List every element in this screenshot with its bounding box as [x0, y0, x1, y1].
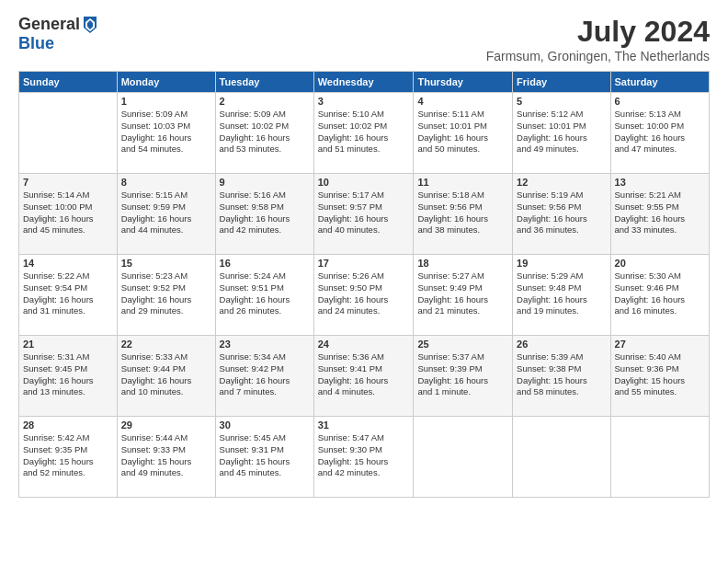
week-row-3: 14Sunrise: 5:22 AM Sunset: 9:54 PM Dayli…	[19, 255, 710, 336]
day-number: 9	[220, 177, 310, 188]
cell-content: Sunrise: 5:36 AM Sunset: 9:41 PM Dayligh…	[318, 351, 410, 398]
cell-content: Sunrise: 5:16 AM Sunset: 9:58 PM Dayligh…	[220, 190, 310, 236]
header-sunday: Sunday	[19, 72, 118, 93]
day-number: 14	[23, 258, 113, 269]
calendar-cell: 13Sunrise: 5:21 AM Sunset: 9:55 PM Dayli…	[610, 174, 709, 255]
cell-content: Sunrise: 5:29 AM Sunset: 9:48 PM Dayligh…	[517, 270, 606, 317]
calendar-cell: 11Sunrise: 5:18 AM Sunset: 9:56 PM Dayli…	[414, 174, 513, 255]
day-number: 2	[220, 96, 310, 107]
cell-content: Sunrise: 5:15 AM Sunset: 9:59 PM Dayligh…	[121, 190, 211, 236]
week-row-4: 21Sunrise: 5:31 AM Sunset: 9:45 PM Dayli…	[19, 336, 710, 417]
calendar-table: Sunday Monday Tuesday Wednesday Thursday…	[18, 71, 710, 498]
calendar-cell: 8Sunrise: 5:15 AM Sunset: 9:59 PM Daylig…	[117, 174, 215, 255]
calendar-cell: 28Sunrise: 5:42 AM Sunset: 9:35 PM Dayli…	[19, 417, 118, 498]
calendar-cell: 31Sunrise: 5:47 AM Sunset: 9:30 PM Dayli…	[313, 417, 414, 498]
calendar-cell: 29Sunrise: 5:44 AM Sunset: 9:33 PM Dayli…	[117, 417, 215, 498]
cell-content: Sunrise: 5:21 AM Sunset: 9:55 PM Dayligh…	[615, 190, 705, 236]
cell-content: Sunrise: 5:37 AM Sunset: 9:39 PM Dayligh…	[417, 351, 508, 398]
calendar-cell: 17Sunrise: 5:26 AM Sunset: 9:50 PM Dayli…	[313, 255, 414, 336]
header-friday: Friday	[513, 72, 610, 93]
header-tuesday: Tuesday	[215, 72, 313, 93]
cell-content: Sunrise: 5:30 AM Sunset: 9:46 PM Dayligh…	[615, 270, 705, 317]
calendar-cell	[19, 93, 118, 174]
cell-content: Sunrise: 5:09 AM Sunset: 10:02 PM Daylig…	[220, 109, 310, 155]
calendar-cell: 27Sunrise: 5:40 AM Sunset: 9:36 PM Dayli…	[610, 336, 709, 417]
cell-content: Sunrise: 5:40 AM Sunset: 9:36 PM Dayligh…	[615, 351, 705, 398]
calendar-cell: 15Sunrise: 5:23 AM Sunset: 9:52 PM Dayli…	[117, 255, 215, 336]
week-row-2: 7Sunrise: 5:14 AM Sunset: 10:00 PM Dayli…	[19, 174, 710, 255]
logo-general: General	[18, 16, 80, 34]
calendar-cell: 16Sunrise: 5:24 AM Sunset: 9:51 PM Dayli…	[215, 255, 313, 336]
day-number: 20	[615, 258, 705, 269]
calendar-page: General Blue July 2024 Farmsum, Groninge…	[0, 0, 728, 563]
day-number: 30	[220, 419, 310, 431]
week-row-5: 28Sunrise: 5:42 AM Sunset: 9:35 PM Dayli…	[19, 417, 710, 498]
calendar-cell	[513, 417, 610, 498]
logo: General Blue	[18, 15, 98, 53]
calendar-cell: 21Sunrise: 5:31 AM Sunset: 9:45 PM Dayli…	[19, 336, 118, 417]
cell-content: Sunrise: 5:31 AM Sunset: 9:45 PM Dayligh…	[23, 351, 113, 398]
day-number: 19	[517, 258, 606, 269]
cell-content: Sunrise: 5:14 AM Sunset: 10:00 PM Daylig…	[23, 190, 113, 236]
day-number: 18	[417, 258, 508, 269]
calendar-cell: 1Sunrise: 5:09 AM Sunset: 10:03 PM Dayli…	[117, 93, 215, 174]
logo-icon	[82, 15, 98, 35]
calendar-cell: 18Sunrise: 5:27 AM Sunset: 9:49 PM Dayli…	[414, 255, 513, 336]
cell-content: Sunrise: 5:42 AM Sunset: 9:35 PM Dayligh…	[23, 432, 113, 479]
calendar-cell: 24Sunrise: 5:36 AM Sunset: 9:41 PM Dayli…	[313, 336, 414, 417]
cell-content: Sunrise: 5:09 AM Sunset: 10:03 PM Daylig…	[121, 109, 211, 155]
calendar-cell: 25Sunrise: 5:37 AM Sunset: 9:39 PM Dayli…	[414, 336, 513, 417]
day-number: 12	[517, 177, 606, 188]
cell-content: Sunrise: 5:27 AM Sunset: 9:49 PM Dayligh…	[417, 270, 508, 317]
calendar-cell: 7Sunrise: 5:14 AM Sunset: 10:00 PM Dayli…	[19, 174, 118, 255]
header-wednesday: Wednesday	[313, 72, 414, 93]
calendar-cell: 23Sunrise: 5:34 AM Sunset: 9:42 PM Dayli…	[215, 336, 313, 417]
title-area: July 2024 Farmsum, Groningen, The Nether…	[486, 15, 710, 63]
calendar-cell: 12Sunrise: 5:19 AM Sunset: 9:56 PM Dayli…	[513, 174, 610, 255]
day-number: 6	[615, 96, 705, 107]
calendar-cell: 30Sunrise: 5:45 AM Sunset: 9:31 PM Dayli…	[215, 417, 313, 498]
header-thursday: Thursday	[414, 72, 513, 93]
cell-content: Sunrise: 5:10 AM Sunset: 10:02 PM Daylig…	[318, 109, 410, 155]
day-number: 3	[318, 96, 410, 107]
cell-content: Sunrise: 5:13 AM Sunset: 10:00 PM Daylig…	[615, 109, 705, 155]
logo-blue: Blue	[18, 35, 98, 53]
cell-content: Sunrise: 5:47 AM Sunset: 9:30 PM Dayligh…	[318, 432, 410, 479]
calendar-cell: 9Sunrise: 5:16 AM Sunset: 9:58 PM Daylig…	[215, 174, 313, 255]
day-number: 29	[121, 419, 211, 431]
day-number: 11	[417, 177, 508, 188]
calendar-cell: 20Sunrise: 5:30 AM Sunset: 9:46 PM Dayli…	[610, 255, 709, 336]
header-monday: Monday	[117, 72, 215, 93]
calendar-cell: 19Sunrise: 5:29 AM Sunset: 9:48 PM Dayli…	[513, 255, 610, 336]
day-number: 13	[615, 177, 705, 188]
day-number: 31	[318, 419, 410, 431]
cell-content: Sunrise: 5:39 AM Sunset: 9:38 PM Dayligh…	[517, 351, 606, 398]
calendar-cell: 26Sunrise: 5:39 AM Sunset: 9:38 PM Dayli…	[513, 336, 610, 417]
calendar-cell: 6Sunrise: 5:13 AM Sunset: 10:00 PM Dayli…	[610, 93, 709, 174]
day-number: 16	[220, 258, 310, 269]
calendar-cell: 2Sunrise: 5:09 AM Sunset: 10:02 PM Dayli…	[215, 93, 313, 174]
day-number: 24	[318, 339, 410, 350]
day-number: 21	[23, 339, 113, 350]
day-number: 26	[517, 339, 606, 350]
day-number: 7	[23, 177, 113, 188]
cell-content: Sunrise: 5:18 AM Sunset: 9:56 PM Dayligh…	[417, 190, 508, 236]
cell-content: Sunrise: 5:45 AM Sunset: 9:31 PM Dayligh…	[220, 432, 310, 479]
day-number: 22	[121, 339, 211, 350]
day-number: 27	[615, 339, 705, 350]
cell-content: Sunrise: 5:24 AM Sunset: 9:51 PM Dayligh…	[220, 270, 310, 317]
day-number: 5	[517, 96, 606, 107]
cell-content: Sunrise: 5:34 AM Sunset: 9:42 PM Dayligh…	[220, 351, 310, 398]
header-saturday: Saturday	[610, 72, 709, 93]
day-number: 17	[318, 258, 410, 269]
page-header: General Blue July 2024 Farmsum, Groninge…	[18, 15, 710, 63]
cell-content: Sunrise: 5:17 AM Sunset: 9:57 PM Dayligh…	[318, 190, 410, 236]
cell-content: Sunrise: 5:26 AM Sunset: 9:50 PM Dayligh…	[318, 270, 410, 317]
month-title: July 2024	[486, 15, 710, 49]
cell-content: Sunrise: 5:12 AM Sunset: 10:01 PM Daylig…	[517, 109, 606, 155]
day-number: 1	[121, 96, 211, 107]
calendar-cell: 10Sunrise: 5:17 AM Sunset: 9:57 PM Dayli…	[313, 174, 414, 255]
cell-content: Sunrise: 5:19 AM Sunset: 9:56 PM Dayligh…	[517, 190, 606, 236]
cell-content: Sunrise: 5:11 AM Sunset: 10:01 PM Daylig…	[417, 109, 508, 155]
calendar-cell	[414, 417, 513, 498]
